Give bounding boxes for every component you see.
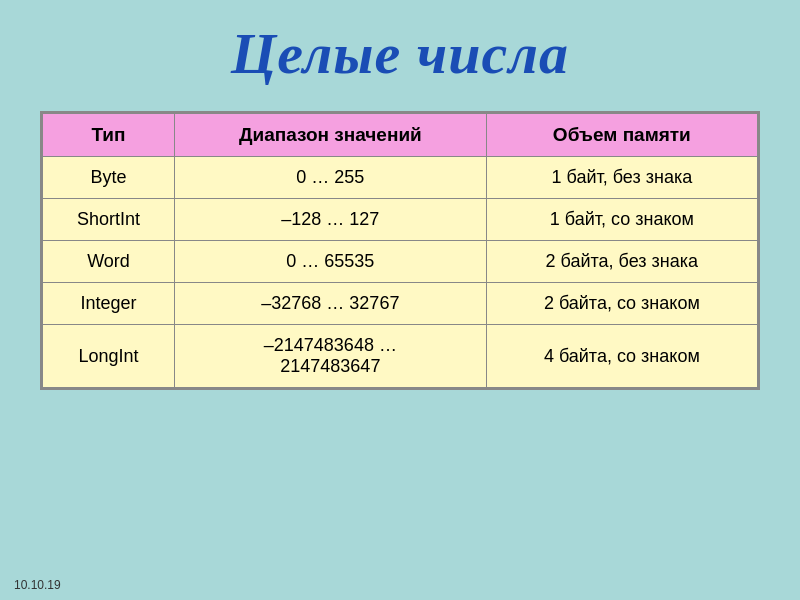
cell-range: –2147483648 …2147483647 — [175, 325, 487, 388]
table-row: Integer–32768 … 327672 байта, со знаком — [43, 283, 758, 325]
cell-memory: 2 байта, со знаком — [486, 283, 757, 325]
table-row: ShortInt–128 … 1271 байт, со знаком — [43, 199, 758, 241]
col-header-type: Тип — [43, 114, 175, 157]
cell-type: Word — [43, 241, 175, 283]
cell-range: –128 … 127 — [175, 199, 487, 241]
cell-memory: 1 байт, без знака — [486, 157, 757, 199]
col-header-memory: Объем памяти — [486, 114, 757, 157]
cell-type: Byte — [43, 157, 175, 199]
cell-memory: 2 байта, без знака — [486, 241, 757, 283]
watermark-text: 10.10.19 — [14, 578, 61, 592]
table-row: LongInt–2147483648 …21474836474 байта, с… — [43, 325, 758, 388]
data-table: Тип Диапазон значений Объем памяти Byte0… — [42, 113, 758, 388]
cell-memory: 1 байт, со знаком — [486, 199, 757, 241]
col-header-range: Диапазон значений — [175, 114, 487, 157]
cell-range: 0 … 255 — [175, 157, 487, 199]
table-row: Word0 … 655352 байта, без знака — [43, 241, 758, 283]
data-table-wrapper: Тип Диапазон значений Объем памяти Byte0… — [40, 111, 760, 390]
page-title: Целые числа — [40, 20, 760, 87]
cell-memory: 4 байта, со знаком — [486, 325, 757, 388]
cell-range: –32768 … 32767 — [175, 283, 487, 325]
cell-type: ShortInt — [43, 199, 175, 241]
cell-type: LongInt — [43, 325, 175, 388]
table-row: Byte0 … 2551 байт, без знака — [43, 157, 758, 199]
cell-range: 0 … 65535 — [175, 241, 487, 283]
cell-type: Integer — [43, 283, 175, 325]
table-header-row: Тип Диапазон значений Объем памяти — [43, 114, 758, 157]
